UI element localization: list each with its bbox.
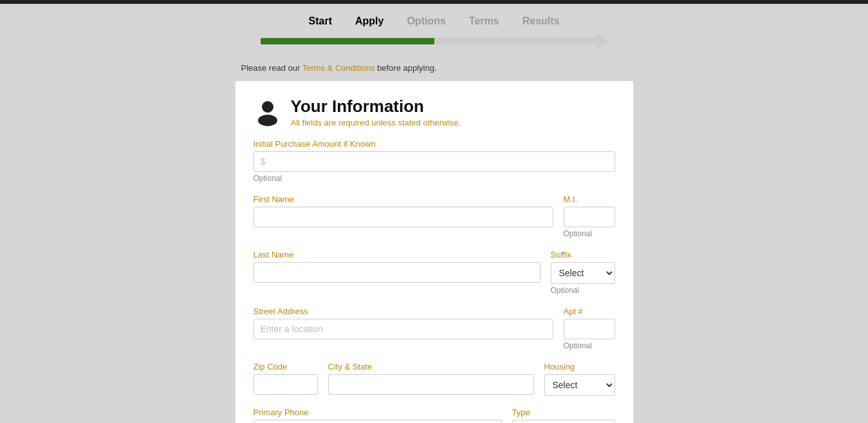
street-address-label: Street Address <box>254 306 553 316</box>
zip-city-housing-row: Zip Code City & State Housing Select Own… <box>254 362 615 396</box>
progress-arrow <box>596 32 608 50</box>
last-name-label: Last Name <box>254 250 540 259</box>
zip-label: Zip Code <box>254 362 318 371</box>
apt-input[interactable] <box>564 319 615 339</box>
suffix-optional: Optional <box>551 286 615 295</box>
step-results: Results <box>511 15 571 27</box>
initial-purchase-label: Initial Purchase Amount if Known <box>254 139 615 149</box>
street-address-input[interactable] <box>254 319 553 339</box>
initial-purchase-section: Initial Purchase Amount if Known Optiona… <box>254 139 615 183</box>
progress-bar <box>261 32 608 50</box>
first-name-input[interactable] <box>254 207 553 227</box>
mi-col: M.I. Optional <box>564 194 615 238</box>
city-col: City & State <box>328 362 534 396</box>
last-name-input[interactable] <box>254 262 540 283</box>
terms-link[interactable]: Terms & Conditions <box>302 63 375 73</box>
type-label: Type <box>512 408 615 417</box>
apt-col: Apt # Optional <box>564 306 615 350</box>
first-name-label: First Name <box>254 194 553 204</box>
housing-select[interactable]: Select Own Rent Other <box>544 374 615 396</box>
form-title: Your Information <box>291 97 461 117</box>
first-name-col: First Name <box>254 194 553 238</box>
svg-point-0 <box>262 101 273 113</box>
housing-label: Housing <box>544 362 615 371</box>
initial-purchase-optional: Optional <box>254 174 615 183</box>
name-row: First Name M.I. Optional <box>254 194 615 238</box>
lastname-row: Last Name Suffix Select Jr. Sr. II III O… <box>254 250 615 295</box>
city-state-input[interactable] <box>328 374 534 395</box>
initial-purchase-input[interactable] <box>254 151 615 172</box>
mi-input[interactable] <box>564 207 615 227</box>
primary-phone-label: Primary Phone <box>254 408 502 417</box>
type-input[interactable] <box>512 420 615 423</box>
zip-input[interactable] <box>254 374 318 395</box>
type-col: Type <box>512 408 615 423</box>
person-icon <box>254 98 282 126</box>
progress-empty <box>434 38 597 44</box>
progress-steps: Start Apply Options Terms Results <box>235 4 634 57</box>
last-name-col: Last Name <box>254 250 540 295</box>
step-start: Start <box>297 15 344 27</box>
housing-col: Housing Select Own Rent Other <box>544 362 615 396</box>
street-address-col: Street Address <box>254 306 553 350</box>
primary-phone-input[interactable] <box>254 420 502 423</box>
city-state-label: City & State <box>328 362 534 371</box>
step-apply: Apply <box>344 15 395 27</box>
apt-optional: Optional <box>564 341 615 350</box>
suffix-label: Suffix <box>551 250 615 259</box>
step-terms: Terms <box>457 15 511 27</box>
address-row: Street Address Apt # Optional <box>254 306 615 350</box>
form-subtitle: All fields are required unless stated ot… <box>291 118 461 127</box>
mi-label: M.I. <box>564 194 615 204</box>
terms-notice: Please read our Terms & Conditions befor… <box>235 57 634 80</box>
phone-row: Primary Phone Type <box>254 408 615 423</box>
apt-label: Apt # <box>564 306 615 316</box>
svg-point-1 <box>258 115 277 126</box>
primary-phone-col: Primary Phone <box>254 408 502 423</box>
suffix-col: Suffix Select Jr. Sr. II III Optional <box>551 250 615 295</box>
progress-filled <box>261 38 434 44</box>
step-options: Options <box>395 15 457 27</box>
mi-optional: Optional <box>564 229 615 238</box>
suffix-select[interactable]: Select Jr. Sr. II III <box>551 262 615 284</box>
form-header: Your Information All fields are required… <box>254 97 615 127</box>
zip-col: Zip Code <box>254 362 318 396</box>
form-card: Your Information All fields are required… <box>235 80 634 423</box>
